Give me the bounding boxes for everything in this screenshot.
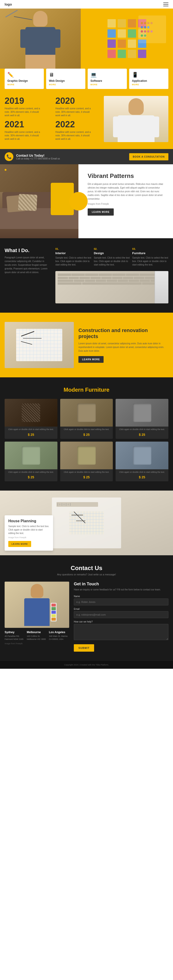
house-card-text: Sample text. Click to select the text bo… bbox=[8, 525, 49, 535]
what-left-panel: What I Do. Paragraph Lorem ipsum dolor s… bbox=[5, 248, 51, 304]
card-application-more[interactable]: MORE bbox=[132, 83, 166, 86]
year-2019-text: Headline with some content, and a note. … bbox=[5, 107, 41, 117]
card-web-design[interactable]: 🖥 Web Design MORE bbox=[46, 68, 85, 89]
form-help-label: How can we help? bbox=[74, 620, 168, 623]
form-description: Have an inquiry or some feedback for us?… bbox=[74, 588, 168, 591]
hamburger-menu[interactable] bbox=[163, 3, 168, 6]
contact-us-heading: Contact Us bbox=[5, 565, 168, 572]
vibrant-section: Vibrant Patterns Elit ut aliquam purus s… bbox=[0, 164, 173, 238]
vibrant-image-credit: Images from Freepik bbox=[85, 203, 166, 205]
what-item-interior-title: Interior bbox=[55, 251, 91, 255]
card-application[interactable]: 📱 Application MORE bbox=[129, 68, 168, 89]
furniture-item-4[interactable]: Click again or double click to start edi… bbox=[5, 442, 57, 482]
year-2019-number: 2019 bbox=[5, 96, 53, 106]
location-la-addr: 348 Main St, MarinaCA 93933, USA bbox=[49, 635, 69, 641]
year-2020-text: Headline with some content, and a note. … bbox=[55, 107, 92, 117]
form-submit-button[interactable]: SUBMIT bbox=[74, 644, 94, 652]
what-item-design-num: 02. bbox=[94, 248, 130, 250]
furniture-img-4 bbox=[5, 442, 57, 469]
furniture-item-6-text: Click again or double click to start edi… bbox=[116, 469, 168, 474]
what-item-design: 02. Design Sample text. Click to select … bbox=[94, 248, 130, 266]
card-graphic-design-title: Graphic Design bbox=[7, 79, 41, 83]
house-learn-more-button[interactable]: LEARN MORE bbox=[8, 541, 31, 547]
card-web-design-more[interactable]: MORE bbox=[49, 83, 83, 86]
application-icon: 📱 bbox=[132, 72, 166, 78]
card-graphic-design-more[interactable]: MORE bbox=[7, 83, 41, 86]
contact-us-subtitle: Any questions or remarks? Just write us … bbox=[5, 573, 168, 576]
furniture-heading: Modern Furniture bbox=[5, 387, 168, 393]
contact-image-panel: Sydney 45 Paradise Rd,Fairmont NSW 2165 … bbox=[5, 582, 69, 652]
year-2020: 2020 Headline with some content, and a n… bbox=[55, 96, 104, 117]
furniture-item-1-text: Click again or double click to start edi… bbox=[5, 426, 57, 431]
contact-bar: 📞 Contact Us Today! Call us today +1 777… bbox=[0, 149, 173, 164]
form-name-label: Name bbox=[74, 595, 168, 598]
furniture-item-5[interactable]: Click again or double click to start edi… bbox=[60, 442, 113, 482]
form-email-label: Email bbox=[74, 608, 168, 610]
contact-locations: Sydney 45 Paradise Rd,Fairmont NSW 2165 … bbox=[5, 631, 69, 641]
contact-photo bbox=[5, 582, 69, 628]
form-email-input[interactable] bbox=[74, 611, 168, 618]
footer-text: Copyright 2024 | Created with the Tilda … bbox=[5, 663, 168, 666]
contact-form-panel: Get in Touch Have an inquiry or some fee… bbox=[74, 582, 168, 652]
card-application-title: Application bbox=[132, 79, 166, 83]
hero-right-decoration bbox=[81, 8, 173, 68]
furniture-item-3-text: Click again or double click to start edi… bbox=[116, 426, 168, 431]
location-melbourne-city: Melbourne bbox=[27, 631, 47, 634]
year-2021-number: 2021 bbox=[5, 119, 53, 129]
furniture-item-3-price: $ 25 bbox=[116, 433, 168, 436]
menu-line-2 bbox=[163, 4, 168, 5]
year-2022-number: 2022 bbox=[55, 119, 104, 129]
furniture-item-1-price: $ 25 bbox=[5, 433, 57, 436]
contact-bar-title: Contact Us Today! bbox=[16, 154, 60, 158]
phone-icon-circle: 📞 bbox=[5, 152, 13, 161]
vibrant-circle-decoration bbox=[69, 192, 88, 210]
years-section: 2019 Headline with some content, and a n… bbox=[0, 94, 173, 149]
what-i-do-heading: What I Do. bbox=[5, 248, 51, 253]
furniture-item-4-price: $ 25 bbox=[5, 475, 57, 479]
web-design-icon: 🖥 bbox=[49, 72, 83, 78]
furniture-grid: Click again or double click to start edi… bbox=[5, 399, 168, 481]
furniture-item-4-text: Click again or double click to start edi… bbox=[5, 469, 57, 474]
vibrant-learn-more-button[interactable]: LEARN MORE bbox=[88, 208, 114, 216]
construction-image bbox=[5, 322, 74, 368]
furniture-item-2-text: Click again or double click to start edi… bbox=[60, 426, 113, 431]
year-2020-number: 2020 bbox=[55, 96, 104, 106]
what-item-design-text: Sample text. Click to select the text bo… bbox=[94, 256, 130, 266]
what-item-interior: 01. Interior Sample text. Click to selec… bbox=[55, 248, 91, 266]
furniture-section: Modern Furniture Click again or double c… bbox=[0, 377, 173, 491]
construction-section: Construction and renovation projects Lor… bbox=[0, 313, 173, 377]
furniture-item-6[interactable]: Click again or double click to start edi… bbox=[116, 442, 168, 482]
form-name-group: Name bbox=[74, 595, 168, 605]
year-2021-text: Headline with some content, and a note. … bbox=[5, 130, 41, 141]
form-name-input[interactable] bbox=[74, 598, 168, 605]
construction-text: Lorem ipsum dolor sit amet, consectetur … bbox=[79, 342, 168, 353]
form-help-group: How can we help? bbox=[74, 620, 168, 641]
what-item-furniture-title: Furniture bbox=[132, 251, 168, 255]
furniture-item-2[interactable]: Click again or double click to start edi… bbox=[60, 399, 113, 439]
location-sydney-city: Sydney bbox=[5, 631, 25, 634]
location-la-city: Los Angeles bbox=[49, 631, 69, 634]
house-section: House Planning Sample text. Click to sel… bbox=[0, 491, 173, 555]
what-item-furniture-num: 03. bbox=[132, 248, 168, 250]
furniture-item-3[interactable]: Click again or double click to start edi… bbox=[116, 399, 168, 439]
location-sydney-addr: 45 Paradise Rd,Fairmont NSW 2165 bbox=[5, 635, 25, 641]
furniture-item-2-price: $ 25 bbox=[60, 433, 113, 436]
construction-content: Construction and renovation projects Lor… bbox=[79, 328, 168, 363]
location-melbourne-addr: 163 Collins St,Melbourne VIC 3000 bbox=[27, 635, 47, 641]
what-i-do-section: What I Do. Paragraph Lorem ipsum dolor s… bbox=[0, 238, 173, 313]
book-consultation-button[interactable]: BOOK A CONSULTATION bbox=[129, 153, 168, 161]
card-software[interactable]: 💻 Software MORE bbox=[88, 68, 127, 89]
contact-image-credit: Image from Freepik bbox=[5, 643, 69, 645]
furniture-item-1[interactable]: Click again or double click to start edi… bbox=[5, 399, 57, 439]
furniture-img-2 bbox=[60, 399, 113, 426]
card-graphic-design[interactable]: ✏️ Graphic Design MORE bbox=[5, 68, 44, 89]
construction-learn-more-button[interactable]: LEARN MORE bbox=[79, 356, 104, 363]
furniture-item-6-price: $ 25 bbox=[116, 475, 168, 479]
graphic-design-icon: ✏️ bbox=[7, 72, 41, 78]
year-2022: 2022 Headline with some content, and a n… bbox=[55, 119, 104, 141]
menu-line-3 bbox=[163, 6, 168, 6]
card-software-more[interactable]: MORE bbox=[90, 83, 124, 86]
form-help-textarea[interactable] bbox=[74, 624, 168, 640]
footer: Copyright 2024 | Created with the Tilda … bbox=[0, 661, 173, 669]
years-woman-image bbox=[104, 96, 168, 142]
